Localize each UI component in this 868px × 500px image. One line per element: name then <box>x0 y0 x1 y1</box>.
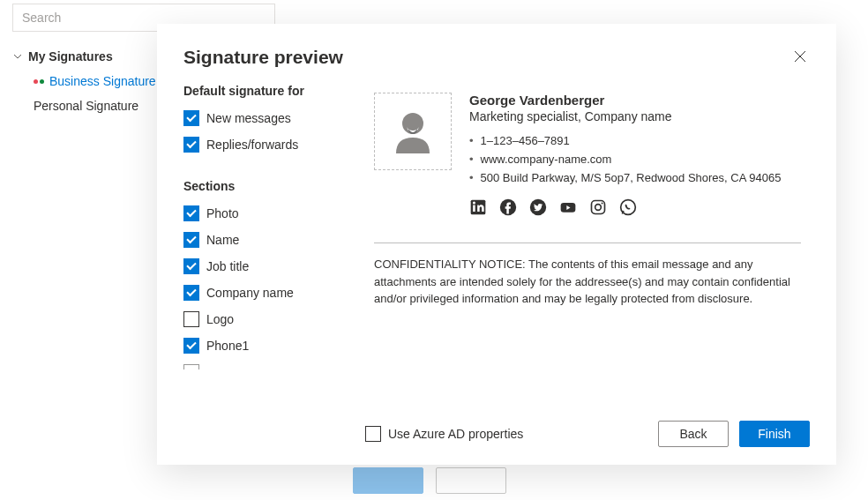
signature-phone: 1–123–456–7891 <box>469 134 801 147</box>
checkbox-label: Company name <box>206 286 294 300</box>
svg-point-3 <box>473 202 475 205</box>
modal-title: Signature preview <box>183 47 343 68</box>
person-icon <box>387 106 438 157</box>
signature-website: www.company-name.com <box>469 153 801 166</box>
checkbox-azure-ad[interactable]: Use Azure AD properties <box>365 426 523 442</box>
signature-card: George Vardenberger Marketing specialist… <box>365 84 810 317</box>
checkbox-icon <box>183 285 199 301</box>
bg-button-outline <box>436 467 506 494</box>
tree-title: My Signatures <box>28 49 113 63</box>
twitter-icon <box>529 198 547 216</box>
social-icons-row <box>469 198 801 216</box>
checkbox-label: Replies/forwards <box>206 138 298 152</box>
finish-button[interactable]: Finish <box>739 421 810 447</box>
checkbox-label: Phone1 <box>206 339 249 353</box>
sidebar-item-label: Business Signature <box>49 74 156 88</box>
signature-preview-modal: Signature preview Default signature for … <box>157 24 836 465</box>
checkbox-icon <box>183 232 199 248</box>
checkbox-photo[interactable]: Photo <box>183 205 340 221</box>
close-icon <box>794 50 806 63</box>
facebook-icon <box>499 198 517 216</box>
checkbox-name[interactable]: Name <box>183 232 340 248</box>
checkbox-logo[interactable]: Logo <box>183 311 340 327</box>
checkbox-label: Photo <box>206 206 239 220</box>
divider <box>374 243 801 243</box>
avatar-placeholder <box>374 93 452 170</box>
checkbox-new-messages[interactable]: New messages <box>183 110 340 126</box>
checkbox-label: Job title <box>206 259 249 273</box>
checkbox-job-title[interactable]: Job title <box>183 258 340 274</box>
checkbox-icon <box>183 258 199 274</box>
checkbox-partial[interactable] <box>183 364 340 369</box>
bg-button-primary <box>353 467 423 494</box>
checkbox-replies-forwards[interactable]: Replies/forwards <box>183 137 340 153</box>
checkbox-phone1[interactable]: Phone1 <box>183 338 340 354</box>
confidentiality-notice: CONFIDENTIALITY NOTICE: The contents of … <box>374 256 801 308</box>
checkbox-icon <box>183 205 199 221</box>
checkbox-icon <box>183 110 199 126</box>
svg-point-8 <box>595 205 602 211</box>
chevron-down-icon <box>12 51 23 62</box>
checkbox-label: Logo <box>206 312 234 326</box>
whatsapp-icon <box>619 198 637 216</box>
signature-dots-icon <box>34 79 44 84</box>
checkbox-icon <box>183 311 199 327</box>
youtube-icon <box>559 198 577 216</box>
checkbox-icon <box>183 137 199 153</box>
signature-role: Marketing specialist, Company name <box>469 109 801 123</box>
sidebar-item-label: Personal Signature <box>34 99 138 113</box>
checkbox-label: Use Azure AD properties <box>388 427 523 441</box>
signature-address: 500 Build Parkway, M/S 5op7, Redwood Sho… <box>469 171 801 184</box>
close-button[interactable] <box>790 47 810 66</box>
checkbox-icon <box>365 426 381 442</box>
checkbox-label: New messages <box>206 111 291 125</box>
svg-rect-2 <box>473 205 475 213</box>
instagram-icon <box>589 198 607 216</box>
svg-point-9 <box>602 202 603 204</box>
checkbox-icon <box>183 338 199 354</box>
sections-heading: Sections <box>183 179 340 193</box>
background-buttons <box>353 467 506 494</box>
preview-pane: George Vardenberger Marketing specialist… <box>349 84 810 403</box>
options-column: Default signature for New messages Repli… <box>183 84 349 403</box>
checkbox-label: Name <box>206 233 239 247</box>
linkedin-icon <box>469 198 487 216</box>
default-for-heading: Default signature for <box>183 84 340 98</box>
back-button[interactable]: Back <box>658 421 729 447</box>
checkbox-company-name[interactable]: Company name <box>183 285 340 301</box>
signature-name: George Vardenberger <box>469 93 801 108</box>
checkbox-icon <box>183 364 199 369</box>
